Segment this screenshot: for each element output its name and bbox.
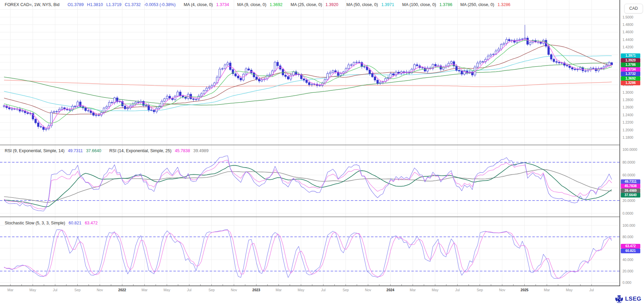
- price-axis-label: 1.2200: [622, 120, 633, 124]
- low-value: L1.3719: [106, 2, 121, 7]
- time-label-month: Nov: [88, 288, 112, 292]
- time-label-month: May: [424, 288, 447, 292]
- currency-axis-button[interactable]: CAD: [624, 4, 643, 13]
- ma-legend-label: MA (250, close, 0): [460, 2, 494, 7]
- price-badge: 1.3734: [621, 67, 640, 72]
- lseg-logo: LSEG: [615, 295, 641, 303]
- price-badge: 1.3692: [621, 76, 640, 81]
- stoch-axis-label: 100.000: [622, 223, 635, 227]
- time-label-year: 2023: [245, 288, 268, 292]
- price-axis[interactable]: 1.50001.48001.46001.44001.42001.40001.38…: [620, 0, 644, 286]
- time-label-month: Mar: [267, 288, 290, 292]
- rsi2-signal-value: 39.4989: [193, 148, 208, 153]
- stoch-axis-label: 80.000: [622, 235, 633, 239]
- ma-legend: MA (4, close, 0)1.3734MA (9, close, 0)1.…: [184, 2, 515, 7]
- ma-legend-value: 1.3971: [381, 2, 394, 7]
- instrument-title: FOREX CAD=, 1W, NYS, Bid: [5, 2, 59, 7]
- time-label-month: Jul: [43, 288, 67, 292]
- time-label-month: Jul: [580, 288, 603, 292]
- time-label-month: Jul: [446, 288, 469, 292]
- time-label-year: 2025: [513, 288, 536, 292]
- price-axis-label: 1.1800: [622, 135, 633, 139]
- ma-legend-value: 1.3286: [497, 2, 510, 7]
- ma-legend-label: MA (100, close, 0): [402, 2, 436, 7]
- time-label-month: May: [558, 288, 581, 292]
- price-chart-canvas[interactable]: [0, 0, 620, 286]
- rsi-layer: [4, 156, 612, 211]
- time-label-month: Mar: [401, 288, 425, 292]
- candles-layer: [3, 25, 612, 132]
- time-label-month: Nov: [356, 288, 380, 292]
- time-axis[interactable]: MarMayJulSepNov2022MarMayJulSepNov2023Ma…: [0, 286, 620, 294]
- lseg-crest-icon: [615, 295, 623, 303]
- ma-legend-item: MA (9, close, 0)1.3692: [237, 2, 282, 7]
- lseg-logo-text: LSEG: [625, 296, 641, 302]
- stoch-k-value: 60.821: [69, 221, 81, 225]
- rsi-badge: 39.4989: [621, 188, 640, 193]
- chart-application: FOREX CAD=, 1W, NYS, Bid O1.3789 H1.3810…: [0, 0, 644, 304]
- price-badge: 1.3286: [621, 81, 640, 85]
- rsi-axis-label: 100.0000: [622, 147, 637, 151]
- price-axis-label: 1.4800: [622, 23, 633, 27]
- time-label-month: Sep: [66, 288, 89, 292]
- rsi1-label: RSI (9, Exponential, Simple, 14): [5, 148, 65, 153]
- rsi1-value: 49.7311: [68, 148, 83, 153]
- stoch-label: Stochastic Slow (5, 3, 3, Simple): [5, 221, 65, 225]
- price-axis-label: 1.5000: [622, 15, 633, 19]
- price-axis-label: 1.4400: [622, 38, 633, 42]
- price-badge: 1.3786: [621, 62, 640, 67]
- price-axis-label: 1.4600: [622, 30, 633, 34]
- stochastic-panel-title: Stochastic Slow (5, 3, 3, Simple) 60.821…: [5, 221, 97, 225]
- time-label-month: Sep: [334, 288, 358, 292]
- ma-legend-label: MA (9, close, 0): [237, 2, 266, 7]
- close-value: C1.3732: [125, 2, 140, 7]
- ma-legend-item: MA (50, close, 0)1.3971: [347, 2, 394, 7]
- time-label-year: 2022: [111, 288, 134, 292]
- price-axis-label: 1.2800: [622, 98, 633, 102]
- ma-legend-value: 1.3786: [439, 2, 452, 7]
- rsi-badge: 37.6640: [621, 193, 640, 198]
- change-value: -0.0053 (-0.38%): [144, 2, 176, 7]
- time-label-month: Jul: [177, 288, 201, 292]
- stoch-badge: 63.472: [621, 244, 640, 249]
- ma-legend-value: 1.3920: [325, 2, 338, 7]
- ma-legend-value: 1.3692: [270, 2, 282, 7]
- rsi1-signal-value: 37.6640: [86, 148, 101, 153]
- stoch-badge: 60.821: [621, 249, 640, 253]
- price-axis-label: 1.3000: [622, 90, 633, 94]
- price-axis-label: 1.4200: [622, 45, 633, 49]
- time-label-month: Nov: [490, 288, 514, 292]
- stoch-axis-label: 40.000: [622, 258, 633, 262]
- ma-legend-item: MA (25, close, 0)1.3920: [291, 2, 338, 7]
- high-value: H1.3810: [87, 2, 103, 7]
- time-label-month: Jul: [312, 288, 335, 292]
- time-label-month: Mar: [535, 288, 559, 292]
- rsi-axis-label: 60.0000: [622, 173, 635, 177]
- rsi-panel-title: RSI (9, Exponential, Simple, 14) 49.7311…: [5, 148, 209, 153]
- time-label-month: Sep: [468, 288, 492, 292]
- ma-legend-value: 1.3734: [216, 2, 229, 7]
- time-label-month: Mar: [133, 288, 156, 292]
- time-label-month: Sep: [200, 288, 224, 292]
- main-panel-layer: [3, 25, 612, 132]
- rsi2-value: 45.7838: [175, 148, 190, 153]
- chart-legend: FOREX CAD=, 1W, NYS, Bid O1.3789 H1.3810…: [5, 2, 515, 7]
- time-label-month: May: [21, 288, 45, 292]
- price-axis-label: 1.2600: [622, 105, 633, 109]
- stoch-axis-label: 0.000: [622, 280, 631, 285]
- rsi-axis-label: 80.0000: [622, 160, 635, 164]
- rsi-badge: 49.7311: [621, 179, 640, 184]
- time-label-month: May: [155, 288, 179, 292]
- time-label-year: 2024: [379, 288, 402, 292]
- ma-legend-item: MA (250, close, 0)1.3286: [460, 2, 511, 7]
- rsi-badge: 45.7838: [621, 184, 640, 188]
- rsi-axis-label: 0.0000: [622, 211, 633, 215]
- price-axis-label: 1.2400: [622, 113, 633, 117]
- stoch-axis-label: 20.000: [622, 269, 633, 273]
- price-axis-label: 1.2000: [622, 128, 633, 132]
- ohlc-group: O1.3789 H1.3810 L1.3719 C1.3732 -0.0053 …: [68, 2, 176, 7]
- ma-legend-item: MA (100, close, 0)1.3786: [402, 2, 452, 7]
- ma-legend-label: MA (25, close, 0): [291, 2, 322, 7]
- stoch-d-value: 63.472: [85, 221, 97, 225]
- price-badge: 1.3732: [621, 72, 640, 76]
